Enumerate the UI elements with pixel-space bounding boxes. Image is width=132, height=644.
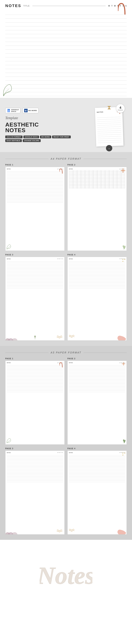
a4-pages-grid: PAGE 1 NOTES M T W T F S S — [5, 164, 127, 340]
a5-format-section: A5 PAPER FORMAT PAGE 1 NOTES M T W T F S… — [0, 346, 132, 540]
product-title-line1: AESTHETIC — [5, 122, 88, 128]
svg-point-13 — [12, 338, 18, 340]
mini-notes-label: NOTES — [7, 168, 11, 170]
a5-format-title: A5 PAPER FORMAT — [5, 351, 127, 354]
note-line — [5, 84, 127, 88]
day-w: W — [114, 5, 116, 7]
mini-days: M T W T F S S — [58, 452, 63, 453]
svg-point-18 — [124, 364, 125, 364]
a5-pages-grid: PAGE 1 NOTES M T W T F S S — [5, 358, 127, 534]
a4-page2: PAGE 2 NOTES M T W T F S S — [68, 164, 127, 251]
note-line — [5, 73, 127, 77]
a4-page1-label: PAGE 1 — [5, 164, 64, 166]
a4-page2-label: PAGE 2 — [68, 164, 127, 166]
product-title: AESTHETIC NOTES — [5, 122, 88, 133]
a5-page1-label: PAGE 1 — [5, 358, 64, 360]
ms-word-icon: W — [24, 109, 28, 112]
grid-lines — [69, 170, 125, 188]
day-m: M — [108, 5, 110, 7]
note-line — [5, 69, 127, 73]
notes-page: NOTES TITLE: M T W T F S S — [0, 0, 132, 98]
mini-days: M T W T F S S — [58, 258, 63, 259]
mini-header: NOTES M T W T F S S — [7, 258, 63, 260]
note-line — [5, 50, 127, 54]
note-line — [5, 26, 127, 30]
a4-page4-label: PAGE 4 — [68, 254, 127, 256]
note-line — [5, 58, 127, 61]
a4-page2-preview: NOTES M T W T F S S — [68, 167, 127, 251]
mini-header: NOTES M T W T F S S — [7, 452, 63, 453]
note-line — [5, 19, 127, 22]
stars-deco: ✦ ✦✦ — [122, 258, 126, 262]
leaf-deco — [6, 244, 11, 250]
mini-header: NOTES M T W T F S S — [7, 168, 63, 170]
a5-page4-preview: NOTES M T W T F S S — [68, 450, 127, 534]
svg-point-10 — [124, 170, 125, 171]
tag-a4a5: A4 & A5 FORMAT — [5, 136, 22, 138]
note-line — [5, 22, 127, 26]
stars-deco: ✦ ✦✦ — [122, 452, 126, 456]
a4-format-section: A4 PAPER FORMAT PAGE 1 NOTES M T W T F S… — [0, 152, 132, 346]
title-line — [32, 6, 106, 6]
mini-header: NOTES M T W T F S S — [7, 362, 63, 363]
leaf-deco — [6, 437, 11, 444]
svg-text:W: W — [25, 110, 27, 112]
pages-label: PAGES — [118, 109, 123, 111]
tag-editable: EASY EDITABLE — [5, 139, 22, 142]
note-line — [5, 65, 127, 69]
svg-point-6 — [122, 170, 124, 171]
a4-format-title: A4 PAPER FORMAT — [5, 157, 127, 160]
a4-page3-label: PAGE 3 — [5, 254, 64, 256]
notes-large-section: Notes Notes — [0, 540, 132, 610]
note-line — [5, 34, 127, 38]
mini-notes-label: NOTES — [69, 168, 73, 170]
svg-point-17 — [122, 364, 123, 364]
google-docs-icon-badge: GOOGLEDOCS — [5, 108, 20, 113]
a4-page3-preview: NOTES M T W T F S S — [5, 257, 64, 341]
a5-page1: PAGE 1 NOTES M T W T F S S — [5, 358, 64, 444]
note-line — [5, 30, 127, 34]
mini-lines — [7, 454, 63, 482]
template-script-text: Template — [5, 116, 88, 120]
blob-deco — [117, 527, 126, 534]
note-line — [5, 38, 127, 42]
note-line — [5, 77, 127, 80]
mini-notes-label: NOTES — [69, 258, 73, 260]
platform-icons: GOOGLEDOCS W MS WORD — [5, 108, 88, 113]
waves-deco — [57, 336, 63, 339]
pages-count: 4 — [120, 106, 121, 109]
mini-lines — [7, 260, 63, 288]
ms-word-label: MS WORD — [28, 110, 37, 112]
leaf-decoration — [2, 82, 12, 98]
note-line — [5, 15, 127, 19]
title-field-label: TITLE: — [24, 5, 30, 7]
scroll-down-button[interactable]: ⌄ — [106, 145, 112, 151]
a5-page2-preview: NOTES M T W T F S S — [68, 361, 127, 444]
notes-decorative-text: Notes Notes — [40, 552, 92, 598]
mini-lines — [7, 170, 63, 202]
pages-badge: 4 PAGES — [116, 104, 125, 113]
product-title-line2: NOTES — [5, 128, 88, 133]
note-line — [5, 42, 127, 46]
mini-notes-label: NOTES — [69, 362, 73, 363]
a5-page3: PAGE 3 NOTES M T W T F S S — [5, 448, 64, 534]
note-line — [5, 92, 127, 96]
a5-page1-preview: NOTES M T W T F S S — [5, 361, 64, 444]
svg-point-21 — [12, 532, 18, 534]
mounds-deco — [6, 529, 18, 534]
mini-notes-label: NOTES — [7, 258, 11, 260]
svg-point-7 — [122, 168, 124, 170]
svg-text:Notes: Notes — [40, 562, 92, 589]
binder-clip-icon: ⧗ — [107, 104, 111, 111]
a5-page4-label: PAGE 4 — [68, 448, 127, 450]
note-line — [5, 46, 127, 50]
mini-header: NOTES M T W T F S S — [69, 258, 125, 260]
a4-page1: PAGE 1 NOTES M T W T F S S — [5, 164, 64, 251]
arch-deco — [60, 168, 63, 174]
product-tags: A4 & A5 FORMAT GOOGLE DOCS MS WORD READY… — [5, 136, 88, 142]
blob-deco — [117, 333, 126, 340]
a4-page4-preview: NOTES M T W T F S S — [68, 257, 127, 341]
mini-lines — [69, 454, 125, 482]
waves-deco2 — [69, 529, 75, 532]
a5-page2-label: PAGE 2 — [68, 358, 127, 360]
